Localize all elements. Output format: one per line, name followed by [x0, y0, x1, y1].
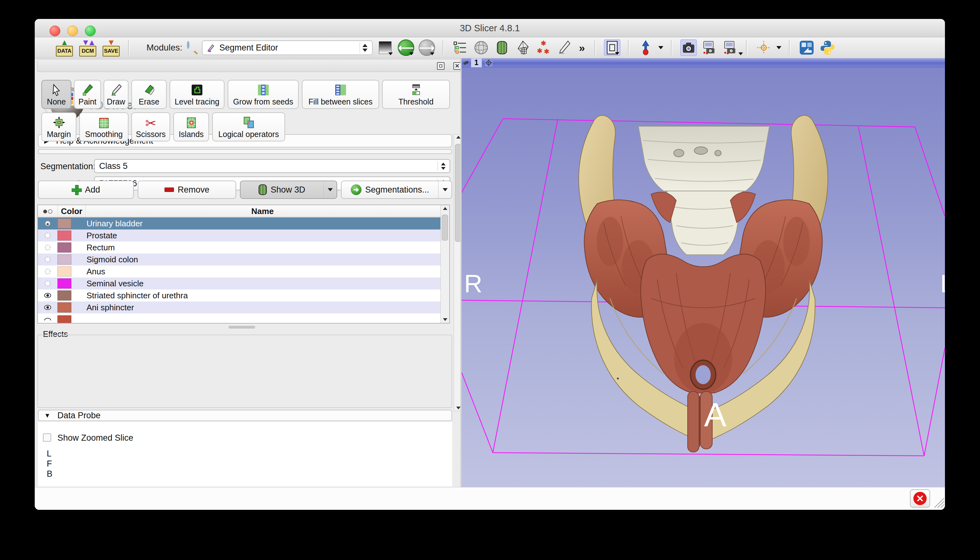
effect-smoothing-button[interactable]: Smoothing	[79, 112, 128, 142]
threeD-viewport[interactable]: R L A 1	[462, 58, 945, 487]
show-3d-dropdown[interactable]	[323, 181, 337, 198]
panel-resize-grip[interactable]	[228, 326, 255, 328]
segment-row-prostate[interactable]: Prostate	[38, 230, 441, 242]
module-spinner[interactable]	[360, 42, 370, 53]
anatomy-render[interactable]	[462, 58, 945, 487]
effect-none-button[interactable]: None	[42, 80, 72, 109]
scrollbar-thumb[interactable]	[442, 215, 448, 240]
segment-row-striated-sphincter[interactable]: Striated sphincter of urethra	[38, 290, 441, 302]
mouse-mode-dropdown-icon[interactable]	[658, 46, 663, 49]
segmentation-spinner[interactable]	[438, 161, 448, 171]
visibility-eye-icon[interactable]	[43, 267, 52, 276]
scroll-up-icon[interactable]	[443, 207, 447, 210]
back-button[interactable]: ⟵	[398, 40, 414, 56]
save-button[interactable]: ▼ SAVE	[102, 39, 121, 57]
effect-erase-button[interactable]: Erase	[131, 80, 167, 109]
module-selector-combobox[interactable]: Segment Editor	[202, 40, 373, 55]
mouse-interaction-button[interactable]	[637, 40, 654, 56]
remove-segment-button[interactable]: Remove	[138, 180, 236, 199]
segment-row-ani-sphincter[interactable]: Ani sphincter	[38, 302, 441, 313]
go-to-segmentations-icon: ➜	[351, 184, 362, 195]
subject-hierarchy-button[interactable]	[452, 40, 468, 56]
load-dicom-button[interactable]: ▼▲ DCM	[78, 39, 97, 57]
effect-margin-button[interactable]: Margin	[42, 112, 77, 142]
scroll-up-icon[interactable]	[456, 136, 461, 138]
scroll-down-icon[interactable]	[456, 407, 461, 410]
visibility-eye-icon[interactable]	[43, 316, 52, 320]
segment-table-scrollbar[interactable]	[440, 205, 449, 323]
effect-draw-button[interactable]: Draw	[103, 80, 128, 109]
pin-icon[interactable]	[463, 60, 469, 65]
segment-name: Seminal vesicle	[83, 279, 143, 288]
segment-row-rectum[interactable]: Rectum	[38, 242, 441, 253]
name-column-header[interactable]: Name	[85, 207, 440, 216]
models-button[interactable]	[515, 40, 531, 56]
segmentations-dropdown[interactable]	[438, 181, 452, 198]
error-log-button[interactable]: ✕	[910, 489, 930, 508]
forward-button[interactable]: ⟶	[418, 40, 435, 56]
scene-view-capture-button[interactable]	[701, 40, 718, 56]
segment-row-sigmoid-colon[interactable]: Sigmoid colon	[38, 253, 441, 265]
python-console-button[interactable]	[819, 40, 836, 56]
extensions-manager-button[interactable]	[798, 40, 815, 56]
segment-row-seminal-vesicle[interactable]: Seminal vesicle	[38, 277, 441, 290]
effect-level-tracing-button[interactable]: Level tracing	[170, 80, 225, 109]
view-crosshair-icon[interactable]	[485, 59, 493, 67]
segment-color-swatch[interactable]	[57, 230, 72, 240]
segmentations-button[interactable]: ➜ Segmentations...	[341, 180, 452, 199]
load-data-button[interactable]: ▲ DATA	[55, 39, 74, 57]
effect-fill-between-slices-button[interactable]: Fill between slices	[302, 80, 379, 109]
segment-color-swatch[interactable]	[57, 302, 72, 313]
visibility-eye-icon[interactable]	[43, 232, 52, 240]
screenshot-button[interactable]	[680, 40, 697, 56]
panel-close-button[interactable]: ✕	[453, 62, 461, 70]
visibility-eye-icon[interactable]	[43, 243, 52, 252]
effect-scissors-button[interactable]: ✂ Scissors	[131, 112, 170, 142]
crosshair-dropdown-icon[interactable]	[777, 46, 782, 49]
markups-button[interactable]: ✱✱✱	[535, 40, 552, 56]
segment-color-swatch[interactable]	[57, 218, 72, 228]
toolbar-overflow-chevron[interactable]: »	[579, 42, 585, 54]
segment-color-swatch[interactable]	[57, 290, 72, 300]
segment-color-swatch[interactable]	[57, 255, 72, 265]
color-column-header[interactable]: Color	[58, 207, 85, 216]
segment-row-partial[interactable]	[38, 313, 441, 323]
segment-color-swatch[interactable]	[57, 267, 72, 277]
view-controller-bar[interactable]: 1	[462, 58, 945, 67]
scissors-icon: ✂	[145, 117, 156, 130]
scroll-down-icon[interactable]	[443, 318, 447, 321]
annotations-button[interactable]	[556, 40, 573, 56]
visibility-eye-icon[interactable]	[43, 219, 52, 228]
effect-logical-operators-button[interactable]: Logical operators	[212, 112, 285, 142]
scene-view-restore-button[interactable]	[722, 40, 738, 56]
module-search-icon[interactable]	[187, 42, 198, 53]
data-probe-section[interactable]: ▼ Data Probe	[38, 410, 452, 421]
add-segment-button[interactable]: Add	[38, 180, 134, 199]
effect-grow-from-seeds-button[interactable]: Grow from seeds	[228, 80, 299, 109]
module-history-button[interactable]	[377, 40, 393, 56]
segment-row-anus[interactable]: Anus	[38, 265, 441, 277]
layout-selector-button[interactable]	[604, 40, 620, 56]
effect-threshold-button[interactable]: Threshold	[382, 80, 450, 109]
segment-row-urinary-bladder[interactable]: Urinary bladder	[38, 217, 441, 230]
crosshair-button[interactable]	[755, 40, 772, 56]
visibility-eye-icon[interactable]	[43, 303, 52, 312]
segmentation-combobox[interactable]: Class 5	[94, 159, 450, 173]
panel-float-button[interactable]	[437, 62, 445, 70]
resize-grip[interactable]	[932, 495, 945, 508]
volume-rendering-button[interactable]	[473, 40, 489, 56]
show-3d-button[interactable]: Show 3D	[240, 180, 337, 199]
show-zoomed-slice-checkbox[interactable]	[43, 433, 51, 442]
segment-color-swatch[interactable]	[57, 315, 72, 323]
visibility-eye-icon[interactable]	[43, 279, 52, 288]
segment-color-swatch[interactable]	[57, 242, 72, 253]
volumes-button[interactable]	[494, 40, 510, 56]
add-label: Add	[85, 185, 100, 195]
effect-label: Margin	[47, 130, 71, 139]
segment-color-swatch[interactable]	[57, 278, 72, 288]
visibility-eye-icon[interactable]	[43, 255, 52, 263]
history-dropdown-icon	[388, 52, 393, 55]
effect-paint-button[interactable]: Paint	[74, 80, 101, 109]
visibility-eye-icon[interactable]	[43, 292, 52, 300]
effect-islands-button[interactable]: Islands	[173, 112, 209, 142]
